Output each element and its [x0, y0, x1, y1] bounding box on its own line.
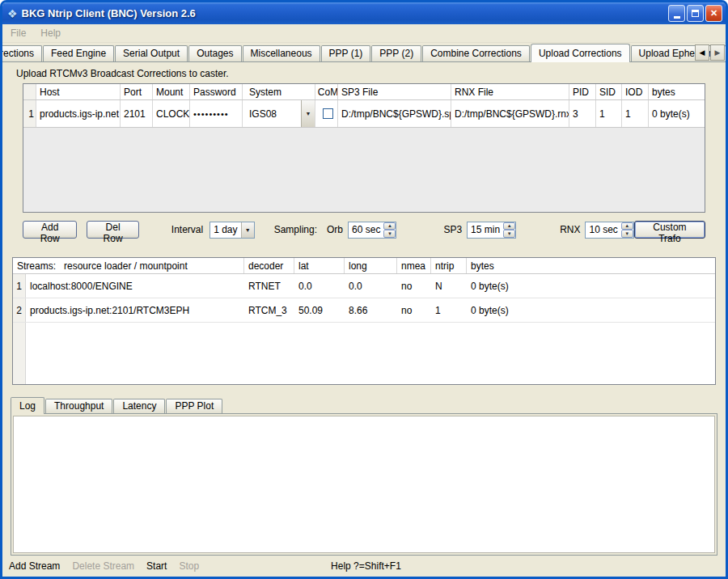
system-combobox[interactable]: IGS08 ▼: [243, 100, 315, 127]
col-password: Password: [190, 84, 243, 99]
log-tab-bar: Log Throughput Latency PPP Plot: [11, 396, 717, 413]
ntrip-cell: 1: [431, 298, 467, 322]
tab-bar: rections Feed Engine Serial Output Outag…: [2, 43, 726, 61]
tab-upload-corrections[interactable]: Upload Corrections: [531, 44, 630, 62]
app-window: ❖ BKG Ntrip Client (BNC) Version 2.6 ✕ F…: [0, 0, 728, 579]
interval-combobox[interactable]: 1 day ▼: [210, 222, 254, 239]
col-iod: IOD: [622, 84, 649, 99]
streams-table-empty-area: [13, 323, 715, 384]
chevron-down-icon: ▼: [241, 222, 254, 238]
sid-cell[interactable]: 1: [596, 100, 622, 127]
password-cell[interactable]: •••••••••: [190, 100, 243, 127]
col-pid: PID: [569, 84, 596, 99]
tab-outages[interactable]: Outages: [188, 45, 241, 61]
decoder-cell: RTCM_3: [244, 298, 294, 322]
col-rnx-file: RNX File: [451, 84, 569, 99]
add-stream-button[interactable]: Add Stream: [9, 560, 60, 572]
col-system: System: [243, 84, 315, 99]
row-number: 2: [13, 298, 26, 322]
upload-table-header: Host Port Mount Password System CoM SP3 …: [23, 84, 705, 100]
upload-table-row: 1 products.igs-ip.net 2101 CLOCK •••••••…: [23, 100, 705, 128]
maximize-button[interactable]: [687, 5, 704, 22]
tab-combine-corrections[interactable]: Combine Corrections: [422, 45, 530, 61]
com-checkbox[interactable]: [323, 108, 333, 119]
bytes-cell: 0 byte(s): [467, 274, 715, 298]
tab-log[interactable]: Log: [11, 397, 44, 414]
stream-row[interactable]: 1 localhost:8000/ENGINE RTNET 0.0 0.0 no…: [13, 274, 715, 298]
rnx-file-cell[interactable]: D:/tmp/BNC${GPSWD}.rnx: [451, 100, 569, 127]
col-nmea: nmea: [397, 258, 431, 273]
pane-caption: Upload RTCMv3 Broadcast Corrections to c…: [16, 68, 726, 79]
host-cell[interactable]: products.igs-ip.net: [36, 100, 121, 127]
tab-ppp-plot[interactable]: PPP Plot: [166, 399, 222, 413]
spin-down-icon[interactable]: ▼: [621, 230, 633, 238]
col-stream-bytes: bytes: [467, 258, 715, 273]
sampling-label: Sampling:: [274, 224, 317, 235]
nmea-cell: no: [397, 298, 431, 322]
chevron-down-icon: ▼: [301, 100, 315, 127]
tab-miscellaneous[interactable]: Miscellaneous: [243, 45, 320, 61]
tab-broadcast-corrections[interactable]: rections: [0, 45, 42, 61]
close-button[interactable]: ✕: [705, 5, 722, 22]
sp3-sampling-spinner[interactable]: 15 min ▲ ▼: [467, 222, 516, 239]
spin-up-icon[interactable]: ▲: [503, 222, 515, 230]
del-row-button[interactable]: Del Row: [87, 221, 138, 239]
row-number: 1: [23, 100, 36, 127]
maximize-icon: [692, 10, 699, 17]
spin-up-icon[interactable]: ▲: [383, 222, 396, 230]
stop-button[interactable]: Stop: [179, 560, 199, 572]
streams-table: Streams: resource loader / mountpoint de…: [12, 257, 716, 385]
mountpoint-cell: localhost:8000/ENGINE: [26, 274, 244, 298]
rnx-sampling-spinner[interactable]: 10 sec ▲ ▼: [585, 222, 633, 239]
iod-cell[interactable]: 1: [622, 100, 649, 127]
tab-scroll-left-icon[interactable]: ◀: [695, 44, 709, 61]
start-button[interactable]: Start: [146, 560, 167, 572]
spin-down-icon[interactable]: ▼: [503, 230, 515, 238]
col-streams-mountpoint: Streams: resource loader / mountpoint: [13, 258, 244, 273]
stream-row[interactable]: 2 products.igs-ip.net:2101/RTCM3EPH RTCM…: [13, 298, 715, 323]
tab-throughput[interactable]: Throughput: [45, 399, 112, 413]
minimize-button[interactable]: [668, 5, 685, 22]
add-row-button[interactable]: Add Row: [23, 221, 77, 239]
menu-bar: File Help: [2, 24, 726, 43]
col-port: Port: [121, 84, 153, 99]
row-number-header: [23, 84, 36, 99]
app-icon: ❖: [7, 7, 18, 20]
tab-serial-output[interactable]: Serial Output: [115, 45, 188, 61]
decoder-cell: RTNET: [244, 274, 294, 298]
title-bar[interactable]: ❖ BKG Ntrip Client (BNC) Version 2.6 ✕: [2, 2, 726, 24]
menu-help[interactable]: Help: [40, 27, 61, 39]
col-long: long: [345, 258, 397, 273]
pid-cell[interactable]: 3: [569, 100, 596, 127]
log-output-area[interactable]: [13, 416, 715, 553]
col-com: CoM: [315, 84, 338, 99]
orb-sampling-spinner[interactable]: 60 sec ▲ ▼: [348, 222, 396, 239]
com-checkbox-cell: [315, 100, 338, 127]
tab-scroll-right-icon[interactable]: ▶: [710, 44, 725, 61]
mount-cell[interactable]: CLOCK: [153, 100, 190, 127]
tab-feed-engine[interactable]: Feed Engine: [43, 45, 114, 61]
delete-stream-button[interactable]: Delete Stream: [72, 560, 134, 572]
nmea-cell: no: [397, 274, 431, 298]
spin-up-icon[interactable]: ▲: [621, 222, 633, 230]
menu-file[interactable]: File: [11, 27, 26, 39]
sp3-file-cell[interactable]: D:/tmp/BNC${GPSWD}.sp3: [338, 100, 451, 127]
tab-ppp-2[interactable]: PPP (2): [371, 45, 421, 61]
long-cell: 0.0: [345, 274, 397, 298]
tab-ppp-1[interactable]: PPP (1): [321, 45, 371, 61]
custom-trafo-button[interactable]: Custom Trafo: [634, 221, 705, 239]
status-bar: Add Stream Delete Stream Start Stop Help…: [2, 556, 726, 577]
ntrip-cell: N: [431, 274, 467, 298]
spin-down-icon[interactable]: ▼: [383, 230, 396, 238]
upload-table-empty-area: [23, 128, 705, 212]
row-number: 1: [13, 274, 26, 298]
log-tab-frame: [11, 413, 717, 556]
interval-label: Interval: [171, 224, 203, 235]
col-ntrip: ntrip: [431, 258, 467, 273]
orb-label: Orb: [327, 224, 343, 235]
tab-latency[interactable]: Latency: [113, 399, 165, 413]
upload-controls: Add Row Del Row Interval 1 day ▼ Samplin…: [23, 220, 705, 239]
close-icon: ✕: [710, 8, 717, 19]
upload-corrections-pane: Upload RTCMv3 Broadcast Corrections to c…: [2, 61, 726, 556]
port-cell[interactable]: 2101: [121, 100, 153, 127]
